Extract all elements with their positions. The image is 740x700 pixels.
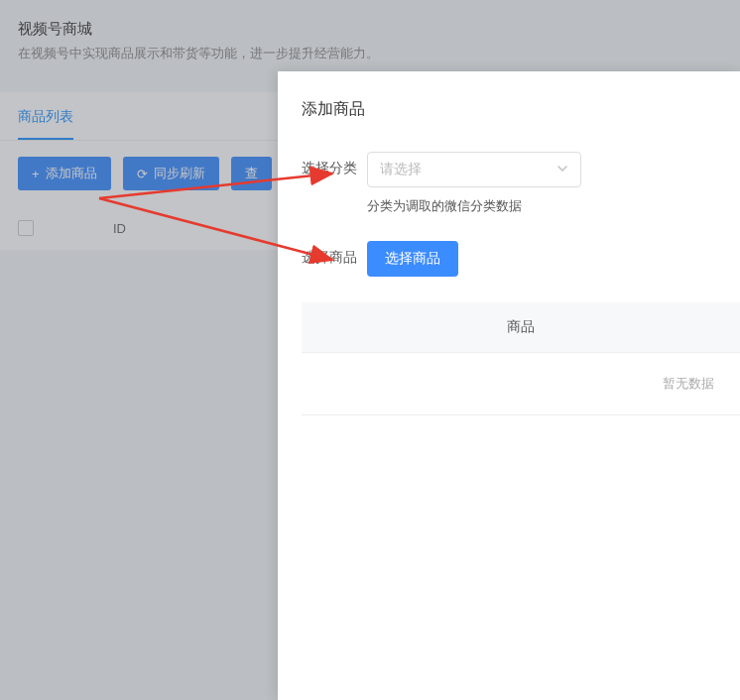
chevron-down-icon — [556, 162, 568, 177]
product-table: 商品 暂无数据 — [302, 302, 740, 415]
category-row: 选择分类 请选择 分类为调取的微信分类数据 — [302, 152, 740, 215]
product-row: 选择商品 选择商品 — [302, 241, 740, 277]
product-label: 选择商品 — [302, 241, 367, 267]
category-label: 选择分类 — [302, 152, 367, 177]
product-table-empty: 暂无数据 — [302, 353, 740, 415]
select-product-button[interactable]: 选择商品 — [367, 241, 458, 277]
category-placeholder: 请选择 — [380, 161, 422, 178]
category-select[interactable]: 请选择 — [367, 152, 581, 187]
category-help-text: 分类为调取的微信分类数据 — [367, 197, 740, 215]
product-table-column-product: 商品 — [302, 302, 740, 353]
modal-title: 添加商品 — [302, 99, 740, 120]
add-product-modal: 添加商品 选择分类 请选择 分类为调取的微信分类数据 选择商品 选择商品 商品 … — [278, 71, 740, 700]
